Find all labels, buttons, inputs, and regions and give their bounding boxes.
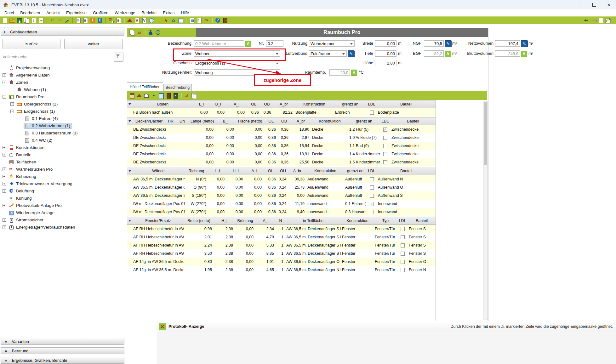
column-header[interactable]: Bauteil: [377, 169, 436, 173]
tree-item[interactable]: -Zonen: [2, 79, 124, 86]
column-header[interactable]: A_i: [255, 219, 276, 223]
column-header[interactable]: H_i: [226, 169, 245, 173]
assign-person-icon[interactable]: [147, 29, 154, 36]
tree-item[interactable]: 0.2 Wohnzimmer (1): [2, 122, 124, 129]
table-row[interactable]: DE Zwischendecke0,000,000,000,360,3625,5…: [127, 158, 436, 166]
window-icon[interactable]: [157, 92, 165, 99]
raumtemp-auto-button[interactable]: A: [351, 70, 357, 76]
table-row[interactable]: DE Zwischendecke0,000,000,000,360,362,97…: [127, 134, 436, 142]
column-header[interactable]: Richtung: [185, 169, 208, 173]
ldl-checkbox[interactable]: [370, 177, 374, 181]
transfer-icon[interactable]: ⇄: [183, 92, 191, 99]
protokoll-error-icon[interactable]: [159, 323, 166, 330]
ldl-checkbox[interactable]: [401, 260, 405, 264]
tree-item[interactable]: Windenergie-Anlage: [2, 209, 124, 216]
column-header[interactable]: LDL: [380, 119, 391, 123]
table-row[interactable]: AW 36,5 m. Deckenauflager S Pos (...S (1…: [127, 191, 436, 200]
globe-icon[interactable]: [148, 17, 155, 24]
tree-expander[interactable]: +: [3, 225, 6, 229]
roof-icon[interactable]: [136, 92, 143, 99]
column-header[interactable]: Konstruktion: [294, 102, 334, 106]
column-header[interactable]: OL: [247, 102, 261, 106]
column-header[interactable]: B_i: [215, 119, 236, 123]
tree-expander[interactable]: +: [3, 204, 6, 207]
back-button[interactable]: zurück: [3, 39, 60, 49]
tree-item[interactable]: +Bauteile: [2, 151, 124, 158]
tree-item[interactable]: Teilflächen: [2, 158, 124, 166]
column-header[interactable]: Typ: [374, 219, 397, 223]
scrollbar-thumb[interactable]: [484, 102, 487, 165]
bgf-input[interactable]: 82,2: [424, 50, 444, 57]
magic-wand-icon[interactable]: [63, 17, 71, 24]
tree-item[interactable]: +Energieträger/Verbrauchsdaten: [2, 224, 124, 231]
column-header[interactable]: Decken/Dächer: [132, 119, 166, 123]
column-header[interactable]: Konstruktion: [341, 219, 374, 223]
column-header[interactable]: Bauteil: [408, 219, 436, 223]
table-row[interactable]: AF 1flg. in AW 36,5 m. Deckenaul...0,802…: [127, 258, 436, 266]
column-header[interactable]: Länge (netto): [189, 119, 215, 123]
bezeichnung-input[interactable]: 0.2 Wohnzimmer: [194, 40, 244, 47]
tree-expander[interactable]: +: [10, 102, 14, 106]
sum-total-icon[interactable]: Σ: [96, 17, 104, 24]
menu-item-extras[interactable]: Extras: [160, 9, 178, 16]
tree-item[interactable]: 0.3 Hausarbeitsraum (3): [2, 129, 124, 137]
table-row[interactable]: IW m. Deckenauflager Pos 012W (270°)0,00…: [127, 200, 436, 208]
table-row[interactable]: AF RH Hebeschiebetür in AW 36,5...2,242,…: [127, 241, 436, 249]
column-header[interactable]: Konstruktion: [306, 169, 344, 173]
tree-expander[interactable]: +: [3, 146, 6, 149]
ldl-checkbox[interactable]: [383, 152, 387, 156]
table-row[interactable]: IW m. Deckenauflager Pos 017W (270°)0,00…: [127, 208, 436, 216]
column-header[interactable]: Konstruktion: [311, 119, 348, 123]
luftverbund-select[interactable]: Zuluftraum: [309, 50, 347, 57]
table-row[interactable]: FB Boden nach außen0,000,000,000,360,368…: [127, 108, 436, 117]
tree-item[interactable]: Kühlung: [2, 195, 124, 202]
energy-label-icon[interactable]: [196, 17, 203, 24]
structure-icon[interactable]: [115, 17, 122, 24]
ldl-checkbox[interactable]: [370, 185, 374, 190]
copy-icon[interactable]: [128, 29, 136, 36]
house-energy-icon[interactable]: ⌂: [170, 17, 177, 24]
chart-curve-icon[interactable]: ↷: [203, 17, 210, 24]
tree-item[interactable]: +Konstruktionen: [2, 144, 124, 151]
undo-icon[interactable]: ↶: [49, 17, 56, 24]
nettovolumen-edit-button[interactable]: [521, 40, 528, 47]
table-row[interactable]: DE Zwischendecke0,000,000,000,360,3618,9…: [127, 125, 436, 134]
nettovolumen-input[interactable]: 197,4: [495, 40, 520, 47]
table-row[interactable]: AF RH Hebeschiebetür in AW 36,5...2,012,…: [127, 233, 436, 241]
column-header[interactable]: A_i: [226, 102, 247, 106]
menu-item-ansicht[interactable]: Ansicht: [43, 9, 63, 16]
tree-expander[interactable]: +: [3, 175, 6, 178]
sum-partial-icon[interactable]: Σ: [89, 17, 96, 24]
cabinet-icon[interactable]: [172, 92, 179, 99]
menu-item-bearbeiten[interactable]: Bearbeiten: [17, 9, 43, 16]
tree-item[interactable]: -Erdgeschoss (1): [2, 108, 124, 115]
bottom-panel-2[interactable]: »Beratung: [1, 347, 124, 354]
column-header[interactable]: OH: [278, 169, 288, 173]
ldl-checkbox[interactable]: [383, 144, 387, 148]
door-icon[interactable]: [165, 92, 172, 99]
ldl-checkbox[interactable]: ✓: [370, 202, 374, 206]
ngf-edit-button[interactable]: [445, 40, 452, 47]
tree-item[interactable]: Projektverwaltung: [2, 64, 124, 71]
next-button[interactable]: weiter: [64, 39, 123, 49]
chart-icon[interactable]: [604, 17, 612, 24]
tree-item[interactable]: +Beheizung: [2, 173, 124, 180]
column-header[interactable]: Bauteil: [377, 102, 436, 106]
bottom-panel-3[interactable]: »Ergebnisse, Grafiken, Berichte: [1, 357, 124, 364]
column-header[interactable]: grenzt an: [344, 169, 366, 173]
hierarchy-icon[interactable]: [108, 17, 115, 24]
column-header[interactable]: A_br: [273, 102, 294, 106]
tree-expander[interactable]: +: [3, 189, 6, 193]
tree-item[interactable]: +Allgemeine Daten: [2, 71, 124, 79]
table-row[interactable]: AW 36,5 m. Deckenauflager N Pos (...N (0…: [127, 175, 436, 183]
sidebar-header[interactable]: » Gebäudedaten: [1, 28, 124, 36]
filter-button[interactable]: [114, 53, 123, 62]
ngf-input[interactable]: 70,5: [424, 40, 444, 47]
column-header[interactable]: Böden: [132, 102, 193, 106]
menu-item-ergebnisse[interactable]: Ergebnisse: [63, 9, 90, 16]
table-row[interactable]: DE Zwischendecke0,000,000,000,360,3615,9…: [127, 142, 436, 150]
column-header[interactable]: OB: [278, 119, 290, 123]
wall-icon[interactable]: [143, 92, 150, 99]
column-header[interactable]: L_i: [208, 169, 226, 173]
floor-tile-icon[interactable]: [128, 92, 136, 99]
